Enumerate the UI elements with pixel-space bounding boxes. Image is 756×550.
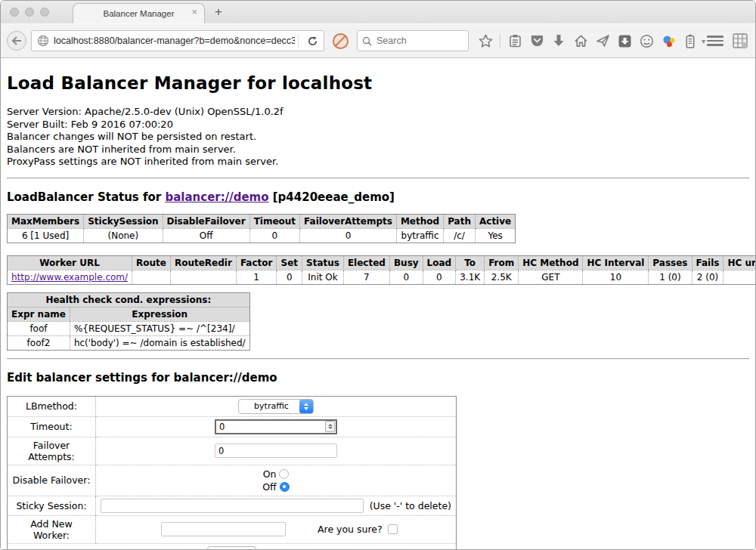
radio-off[interactable] [280,482,290,492]
timeout-label: Timeout: [8,416,96,437]
failover-attempts-input[interactable] [215,443,337,458]
lbmethod-select[interactable]: bytraffic [238,399,314,414]
back-button[interactable] [7,31,26,51]
search-icon [362,36,372,46]
send-plane-icon[interactable] [595,33,610,48]
zoom-window-button[interactable] [40,8,49,17]
table-row: foof %{REQUEST_STATUS} =~ /^[234]/ [8,321,250,335]
page-content: Load Balancer Manager for localhost Serv… [1,58,755,549]
edit-balancer-form: LBmethod: bytraffic Timeout: 0 [7,396,457,549]
disable-failover-row: Disable Failover: On Off [8,465,457,496]
timeout-input[interactable]: 0 [215,419,337,434]
server-version-line: Server Version: Apache/2.5.0-dev (Unix) … [7,106,749,119]
worker-url-link[interactable]: http://www.example.com/ [11,272,128,283]
add-worker-input[interactable] [161,522,286,536]
select-chevrons-icon [299,400,313,413]
navigation-toolbar: localhost:8880/balancer-manager?b=demo&n… [1,23,755,58]
failover-attempts-row: Failover Attempts: [8,437,457,465]
add-worker-row: Add New Worker: Are you sure? [8,515,457,543]
lbmethod-row: LBmethod: bytraffic [8,396,457,416]
page-title: Load Balancer Manager for localhost [7,73,749,93]
reload-button[interactable] [302,36,324,47]
server-info: Server Version: Apache/2.5.0-dev (Unix) … [7,106,749,168]
are-you-sure-checkbox[interactable] [388,524,398,534]
server-built-line: Server Built: Feb 9 2016 07:00:20 [7,119,749,131]
inherit-note-line: Balancers are NOT inherited from main se… [7,144,749,156]
sticky-session-label: Sticky Session: [8,496,96,515]
radio-off-label: Off [262,481,276,493]
balancer-summary-table: MaxMembers StickySession DisableFailover… [7,214,516,243]
table-row: foof2 hc('body') =~ /domain is establish… [8,335,250,350]
url-bar[interactable]: localhost:8880/balancer-manager?b=demo&n… [31,30,324,51]
close-window-button[interactable] [10,8,19,17]
url-text[interactable]: localhost:8880/balancer-manager?b=demo&n… [54,36,295,46]
balancer-demo-link[interactable]: balancer://demo [165,190,268,204]
add-worker-label: Add New Worker: [8,515,96,543]
edit-settings-heading: Edit balancer settings for balancer://de… [7,371,749,385]
toolbar-icons: ▾ [478,33,705,48]
tab-balancer-manager[interactable]: Balancer Manager × [73,3,205,23]
window-controls[interactable] [10,8,49,17]
bookmark-star-icon[interactable] [478,33,493,48]
sticky-session-hint: (Use '-' to delete) [370,500,451,511]
worker-table: Worker URL Route RouteRedir Factor Set S… [7,255,755,285]
clipboard-icon[interactable] [507,33,522,48]
submit-button[interactable]: Submit [207,546,256,549]
divider [7,178,749,179]
browser-window: Balancer Manager × + localhost:8880/bala… [0,0,756,550]
globe-icon [32,35,54,47]
overflow-caret-icon[interactable]: ▾ [702,37,705,45]
persist-note-line: Balancer changes will NOT be persisted o… [7,131,749,144]
table-header-row: Worker URL Route RouteRedir Factor Set S… [8,255,756,270]
tab-title: Balancer Manager [104,9,175,18]
battery-extension-icon[interactable] [683,33,698,48]
color-dots-extension-icon[interactable] [661,33,676,48]
table-title-row: Health check cond. expressions: [8,292,250,307]
are-you-sure-label: Are you sure? [318,524,383,535]
downloads-icon[interactable] [551,33,566,48]
timeout-row: Timeout: 0 [8,416,457,437]
table-row: http://www.example.com/ 1 0 Init Ok 7 0 … [8,270,756,284]
lbmethod-label: LBmethod: [8,396,96,416]
radio-on[interactable] [279,469,289,479]
failover-attempts-label: Failover Attempts: [8,437,96,465]
close-tab-icon[interactable]: × [191,7,197,17]
grid-extension-icon[interactable] [733,33,748,48]
table-row: 6 [1 Used] (None) Off 0 0 bytraffic /c/ … [8,228,516,243]
proxypass-note-line: ProxyPass settings are NOT inherited fro… [7,156,749,168]
new-tab-button[interactable]: + [215,5,222,20]
radio-on-label: On [263,468,277,480]
table-header-row: Expr name Expression [8,307,250,321]
sticky-session-row: Sticky Session: (Use '-' to delete) [8,496,457,515]
status-heading: LoadBalancer Status for balancer://demo … [7,190,749,204]
sticky-session-input[interactable] [101,499,364,513]
minimize-window-button[interactable] [25,8,34,17]
number-stepper[interactable] [325,421,335,432]
content-blocked-icon[interactable] [333,33,349,49]
menu-button[interactable] [707,36,723,46]
smiley-extension-icon[interactable] [639,33,654,48]
divider [7,358,749,360]
pocket-icon[interactable] [529,33,544,48]
download-extension-icon[interactable] [617,33,632,48]
submit-row: Submit [8,543,457,549]
search-input[interactable] [376,36,452,46]
search-bar[interactable] [357,30,469,51]
disable-failover-label: Disable Failover: [8,465,96,496]
home-icon[interactable] [573,33,588,48]
table-header-row: MaxMembers StickySession DisableFailover… [8,214,516,228]
health-check-table: Health check cond. expressions: Expr nam… [7,292,250,351]
back-arrow-icon [11,36,22,45]
title-bar: Balancer Manager × + [1,1,755,23]
